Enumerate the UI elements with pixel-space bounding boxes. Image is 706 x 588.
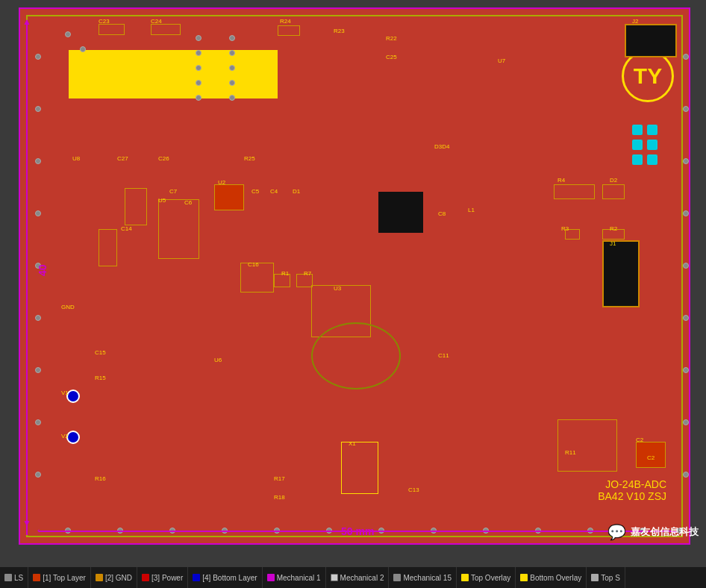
comp-u5 [158,199,199,259]
label-c26: C26 [158,155,169,162]
ic-black-component [378,192,423,233]
dim-line-v [26,20,28,535]
dim-text-h: 50 mm [341,525,374,537]
status-top-s[interactable]: Top S [587,567,625,588]
pad-cyan-6 [647,154,657,165]
label-l1: L1 [468,207,475,213]
pad-cyan-1 [632,125,643,135]
company-logo: TY [622,50,674,102]
label-c2-right: C2 [647,454,655,461]
via-right-4 [683,210,689,216]
label-r23: R23 [334,28,345,34]
dim-text-v: 40 [37,264,49,276]
dot-bottom-layer [193,574,200,581]
via-left-9 [35,472,41,478]
label-bottom-layer: [4] Bottom Layer [202,574,257,582]
label-c13: C13 [408,487,419,493]
comp-j1 [602,240,640,307]
status-power[interactable]: [3] Power [137,567,188,588]
status-top-overlay[interactable]: Top Overlay [457,567,516,588]
dot-mechanical1 [267,574,275,581]
via-left-7 [35,367,41,373]
via-11 [196,95,202,101]
label-v2: V2 [61,433,69,440]
arrow-up: ▲ [22,16,31,27]
label-r7: R7 [304,270,311,277]
via-right-2 [683,106,689,112]
label-u8: U8 [72,155,80,162]
arrow-left-dim: ← [35,524,47,537]
status-mechanical15[interactable]: Mechanical 15 [389,567,456,588]
comp-x1 [341,442,378,494]
via-3 [196,35,202,41]
via-5 [196,50,202,56]
dot-top-overlay [461,574,469,581]
yellow-component [69,50,278,98]
label-r18: R18 [274,494,285,501]
pad-cyan-3 [632,140,643,150]
label-power: [3] Power [151,574,183,582]
comp-c15 [99,229,117,266]
status-ls[interactable]: LS [0,567,28,588]
pad-cyan-5 [632,154,643,165]
main-canvas: TY C23 C24 R24 R23 R22 C25 [0,0,706,567]
via-left-4 [35,210,41,216]
label-u5: U5 [158,197,166,204]
label-j2: J2 [632,18,638,25]
status-mechanical1[interactable]: Mechanical 1 [263,567,326,588]
label-j1: J1 [610,240,616,247]
label-r2: R2 [610,225,617,232]
label-c6: C6 [184,199,192,206]
via-1 [65,31,71,37]
label-c2: C2 [636,437,643,443]
dot-mechanical15 [393,574,401,581]
status-gnd[interactable]: [2] GND [91,567,137,588]
label-c4: C4 [270,188,278,195]
label-d2: D2 [610,177,617,184]
via-4 [229,35,235,41]
pcb-board[interactable]: TY C23 C24 R24 R23 R22 C25 [19,7,690,545]
dot-power [142,574,149,581]
dot-mechanical2 [331,574,338,581]
via-9 [196,80,202,86]
status-bottom-overlay[interactable]: Bottom Overlay [516,567,587,588]
label-r22: R22 [386,35,397,42]
comp-j2 [625,24,677,57]
via-left-1 [35,54,41,60]
via-2 [80,46,86,52]
label-r11: R11 [565,449,576,456]
label-r16: R16 [95,475,106,482]
label-c16: C16 [248,261,259,268]
comp-bottom-right [557,419,617,472]
dot-bottom-overlay [520,574,528,581]
via-right-5 [683,263,689,269]
comp-circle [311,322,401,390]
board-info: JO-24B-ADC BA42 V10 ZSJ [598,478,666,502]
label-gnd: GND [61,304,75,310]
label-gnd-status: [2] GND [105,574,132,582]
label-c23: C23 [99,18,110,25]
comp-c14 [125,188,147,225]
label-x1: X1 [349,440,356,447]
comp-c24 [151,24,181,35]
label-r3: R3 [561,225,569,232]
comp-c23 [99,24,125,35]
via-6 [229,50,235,56]
via-right-3 [683,158,689,164]
watermark-area: 💬 嘉友创信息科技 [607,523,699,541]
status-mechanical2[interactable]: Mechanical 2 [326,567,390,588]
via-10 [229,80,235,86]
status-bottom-layer[interactable]: [4] Bottom Layer [188,567,262,588]
via-7 [196,65,202,71]
label-r17: R17 [274,475,285,482]
label-v1: V1 [61,390,69,396]
label-ls: LS [14,574,23,582]
label-d1: D1 [293,188,300,195]
status-top-layer[interactable]: [1] Top Layer [28,567,91,588]
label-c14: C14 [121,225,132,232]
via-right-7 [683,367,689,373]
via-left-3 [35,158,41,164]
comp-u2 [214,184,244,210]
wechat-icon: 💬 [607,523,626,541]
pad-cyan-2 [647,125,657,135]
